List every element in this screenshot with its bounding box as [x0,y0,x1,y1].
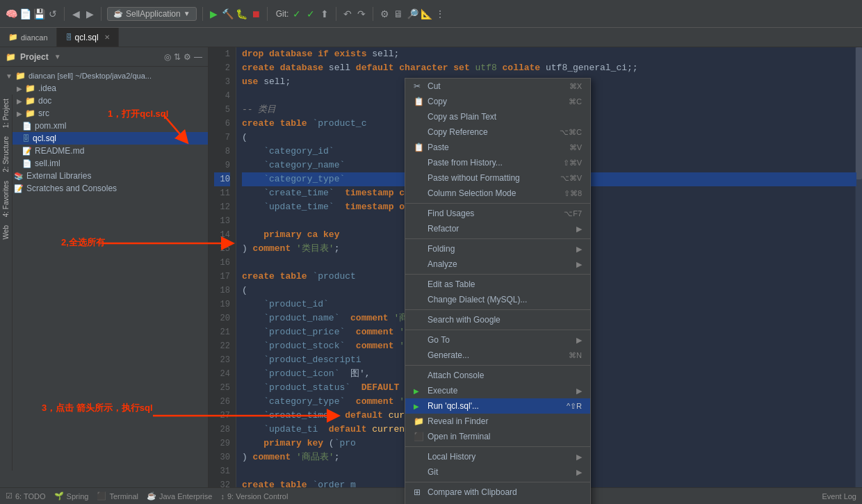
terminal-label: Terminal [109,492,138,501]
folding-menu-item[interactable]: Folding ▶ [405,241,590,257]
event-log-status[interactable]: Event Log [822,492,856,501]
column-select-menu-item[interactable]: Column Selection Mode ⇧⌘8 [405,186,590,201]
version-status[interactable]: ↕ 9: Version Control [220,492,288,501]
copy-plain-menu-item[interactable]: Copy as Plain Text [405,109,590,124]
src-folder[interactable]: ▶ 📁 src [0,107,208,120]
undo-icon[interactable]: ↶ [342,8,353,19]
web-vtab[interactable]: Web [1,221,11,243]
scratches-consoles[interactable]: ▶ 📝 Scratches and Consoles [0,182,208,195]
run-icon[interactable]: ▶ [209,8,220,19]
ext-icon: 📚 [14,172,24,181]
forward-icon[interactable]: ▶ [84,8,95,19]
scratches-label: Scratches and Consoles [26,184,117,193]
paste-no-format-menu-item[interactable]: Paste without Formatting ⌥⌘V [405,170,590,186]
project-vtab[interactable]: 1: Project [1,95,11,132]
stop-icon[interactable]: ⏹ [250,8,261,19]
copy-ref-menu-item[interactable]: Copy Reference ⌥⌘C [405,124,590,140]
terminal-icon[interactable]: 🖥 [393,8,404,19]
back-icon[interactable]: ◀ [70,8,81,19]
paste-menu-item[interactable]: 📋Paste ⌘V [405,140,590,155]
project-tab[interactable]: 📁 diancan [0,28,57,47]
new-file-icon[interactable]: 📄 [19,8,31,19]
sep-c [405,274,590,275]
goto-menu-item[interactable]: Go To ▶ [405,332,590,348]
sep5 [336,7,336,21]
minimize-panel-icon[interactable]: — [194,52,202,62]
readme-file[interactable]: 📝 README.md [0,145,208,157]
src-folder-icon: 📁 [25,108,35,118]
iml-file[interactable]: 📄 sell.iml [0,157,208,170]
open-terminal-menu-item[interactable]: ⬛Open in Terminal [405,429,590,444]
paste-no-format-label: Paste without Formatting [428,173,520,183]
cut-menu-item[interactable]: ✂Cut ⌘X [405,79,590,94]
refactor-label: Refactor [428,224,459,234]
generate-shortcut: ⌘N [569,351,582,360]
paste-history-menu-item[interactable]: Paste from History... ⇧⌘V [405,155,590,170]
copy-icon: 📋 [414,97,423,106]
tree-root[interactable]: ▼ 📁 diancan [sell] ~/Desktop/java2/qua..… [0,70,208,82]
project-tab-label: diancan [21,33,48,42]
analyze-arrow: ▶ [576,260,582,269]
copy-menu-item[interactable]: 📋Copy ⌘C [405,94,590,109]
attach-console-menu-item[interactable]: Attach Console [405,368,590,383]
scratches-icon: 📝 [14,184,24,193]
java-status[interactable]: ☕ Java Enterprise [147,491,212,501]
code-line-1: drop database if exists sell; [242,47,856,61]
git-push-icon[interactable]: ⬆ [319,8,330,19]
edit-table-menu-item[interactable]: Edit as Table [405,277,590,292]
qcl-sql-file[interactable]: 🗄 qcl.sql [0,132,208,145]
pom-icon: 📄 [22,122,32,131]
find-usages-menu-item[interactable]: Find Usages ⌥F7 [405,206,590,221]
md-icon: 📝 [22,147,32,156]
reveal-finder-menu-item[interactable]: 📁Reveal in Finder [405,414,590,429]
refresh-icon[interactable]: ↺ [47,8,58,19]
cut-shortcut: ⌘X [569,82,582,91]
execute-menu-item[interactable]: ▶Execute ▶ [405,383,590,398]
qcl-sql-tab[interactable]: 🗄 qcl.sql ✕ [57,28,119,47]
layout-icon[interactable]: 📐 [421,8,432,19]
find-usages-shortcut: ⌥F7 [564,209,582,218]
git-menu-item[interactable]: Git ▶ [405,464,590,480]
structure-vtab[interactable]: 2: Structure [1,132,11,177]
search-google-menu-item[interactable]: Search with Google [405,312,590,327]
debug-icon[interactable]: 🐛 [236,8,247,19]
external-libraries[interactable]: ▶ 📚 External Libraries [0,170,208,182]
run-sql-menu-item[interactable]: ▶Run 'qcl.sql'... ^⇧R [405,398,590,414]
doc-folder[interactable]: ▶ 📁 doc [0,95,208,107]
git-check2-icon[interactable]: ✓ [305,8,316,19]
goto-arrow: ▶ [576,336,582,345]
local-history-menu-item[interactable]: Local History ▶ [405,449,590,464]
todo-status[interactable]: ☑ 6: TODO [6,491,46,501]
execute-label: Execute [428,386,457,396]
open-terminal-icon: ⬛ [414,432,423,441]
pom-file[interactable]: 📄 pom.xml [0,120,208,132]
terminal-status[interactable]: ⬛ Terminal [97,491,138,501]
locate-icon[interactable]: ◎ [164,52,171,62]
file-encoding-menu-item[interactable]: File Encoding [405,500,590,504]
idea-folder[interactable]: ▶ 📁 .idea [0,82,208,95]
execute-arrow: ▶ [576,387,582,396]
analyze-menu-item[interactable]: Analyze ▶ [405,257,590,272]
generate-menu-item[interactable]: Generate... ⌘N [405,348,590,363]
git-check1-icon[interactable]: ✓ [291,8,302,19]
settings-gear-icon[interactable]: ⚙ [184,52,191,62]
redo-icon[interactable]: ↷ [356,8,367,19]
app-selector[interactable]: ☕ SellApplication ▼ [107,7,197,21]
save-icon[interactable]: 💾 [33,8,44,19]
spring-status[interactable]: 🌱 Spring [54,491,89,501]
run-sql-shortcut: ^⇧R [567,402,582,411]
sep-e [405,330,590,330]
file-tree: ▼ 📁 diancan [sell] ~/Desktop/java2/qua..… [0,67,208,487]
logo-icon: 🧠 [6,8,17,19]
compare-clipboard-menu-item[interactable]: ⊞Compare with Clipboard [405,485,590,500]
expand-icon[interactable]: ⇅ [174,52,181,62]
execute-play-icon: ▶ [414,387,423,395]
change-dialect-menu-item[interactable]: Change Dialect (MySQL)... [405,292,590,307]
refactor-menu-item[interactable]: Refactor ▶ [405,221,590,236]
more-icon[interactable]: ⋮ [434,8,446,19]
close-tab-icon[interactable]: ✕ [104,33,110,41]
build-icon[interactable]: 🔨 [222,8,234,19]
search-everywhere-icon[interactable]: 🔎 [407,8,418,19]
settings-icon[interactable]: ⚙ [379,8,390,19]
favorites-vtab[interactable]: 4: Favorites [1,177,11,221]
